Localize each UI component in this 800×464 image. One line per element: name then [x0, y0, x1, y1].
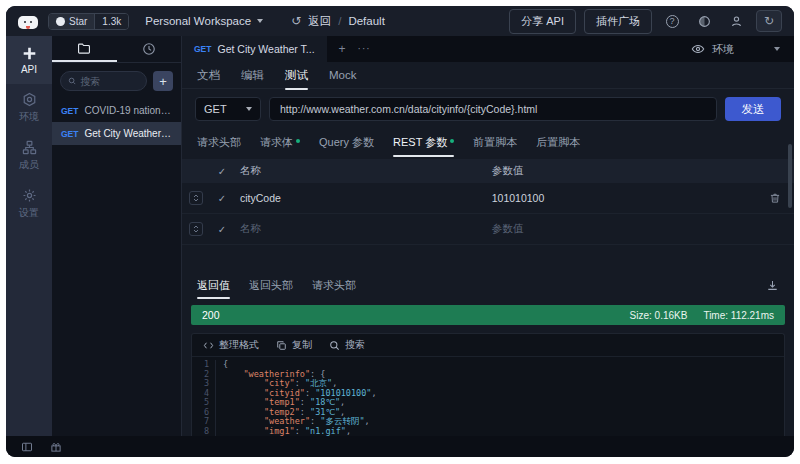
code-toolbar: 整理格式 复制 搜索	[192, 334, 784, 357]
param-value-placeholder[interactable]: 参数值	[492, 222, 756, 236]
search-input[interactable]	[80, 76, 139, 87]
github-star-badge[interactable]: Star 1.3k	[48, 13, 129, 30]
select-all-checkbox[interactable]: ✓	[210, 166, 234, 177]
api-list-item-selected[interactable]: GET Get City Weather Today	[52, 122, 181, 145]
env-icon	[22, 92, 37, 107]
user-icon[interactable]	[724, 11, 748, 31]
share-api-button[interactable]: 分享 API	[509, 9, 576, 34]
param-table-header: ✓ 名称 参数值	[182, 159, 794, 183]
filled-dot-icon	[296, 139, 300, 143]
request-section-tabs: 请求头部 请求体 Query 参数 REST 参数 前置脚本 后置脚本	[182, 128, 794, 159]
app-body: API 环境 成员 设置	[6, 36, 794, 436]
tab-request-body[interactable]: 请求体	[260, 135, 300, 150]
search-code-button[interactable]: 搜索	[329, 338, 365, 352]
chevron-down-icon	[246, 107, 252, 111]
nav-item-settings[interactable]: 设置	[6, 180, 52, 228]
breadcrumb-separator: /	[338, 15, 341, 27]
tab-test[interactable]: 测试	[285, 68, 308, 83]
breadcrumb: ↺ 返回 / Default	[291, 14, 385, 29]
add-api-button[interactable]: +	[153, 71, 173, 91]
project-name[interactable]: Default	[348, 15, 384, 27]
nav-item-api[interactable]: API	[6, 36, 52, 84]
clock-icon	[142, 42, 156, 56]
sidebar-tab-collection[interactable]	[52, 36, 117, 62]
method-badge: GET	[61, 129, 78, 139]
response-section-tabs: 返回值 返回头部 请求头部	[182, 269, 794, 300]
format-button[interactable]: 整理格式	[203, 338, 259, 352]
environment-selector[interactable]: 环境	[691, 42, 794, 57]
open-tab[interactable]: GET Get City Weather T...	[182, 36, 327, 62]
scrollbar-thumb[interactable]	[788, 144, 792, 208]
nav-item-label: API	[21, 64, 37, 75]
sidebar-tab-history[interactable]	[117, 36, 182, 62]
tab-more-button[interactable]: ···	[358, 44, 371, 54]
tab-pre-script[interactable]: 前置脚本	[473, 135, 517, 150]
row-checkbox[interactable]: ✓	[210, 193, 234, 204]
response-time: Time: 112.21ms	[703, 310, 774, 321]
workspace-selector[interactable]: Personal Workspace	[145, 15, 263, 27]
drag-handle-icon[interactable]	[189, 222, 203, 236]
nav-item-label: 环境	[19, 110, 39, 124]
download-response-button[interactable]	[766, 279, 779, 292]
theme-icon[interactable]	[692, 11, 716, 31]
status-code: 200	[202, 309, 220, 321]
tab-docs[interactable]: 文档	[197, 68, 220, 83]
nav-item-env[interactable]: 环境	[6, 84, 52, 132]
status-meta: Size: 0.16KB Time: 112.21ms	[630, 310, 774, 321]
tab-edit[interactable]: 编辑	[241, 68, 264, 83]
url-input[interactable]	[269, 97, 717, 121]
plugin-market-button[interactable]: 插件广场	[584, 9, 652, 34]
chevron-down-icon	[774, 47, 780, 51]
tab-mock[interactable]: Mock	[329, 69, 356, 81]
header-actions: 分享 API 插件广场 ? ↻	[509, 9, 782, 34]
param-name-cell[interactable]: cityCode	[234, 192, 492, 204]
new-tab-button[interactable]: +	[339, 43, 346, 55]
nav-item-members[interactable]: 成员	[6, 132, 52, 180]
search-box[interactable]	[60, 71, 147, 91]
param-name-placeholder[interactable]: 名称	[234, 222, 492, 236]
column-value: 参数值	[492, 164, 756, 178]
gear-icon	[22, 188, 37, 203]
back-icon[interactable]: ↺	[291, 14, 301, 28]
filled-dot-icon	[450, 139, 454, 143]
response-size: Size: 0.16KB	[630, 310, 688, 321]
api-list-item[interactable]: GET COVID-19 national epid...	[52, 99, 181, 122]
response-status-bar: 200 Size: 0.16KB Time: 112.21ms	[191, 305, 785, 325]
postcat-logo-icon[interactable]	[18, 12, 38, 30]
nav-item-label: 设置	[19, 206, 39, 220]
tab-rest-params[interactable]: REST 参数	[393, 135, 454, 150]
chevron-down-icon	[257, 19, 263, 23]
back-label[interactable]: 返回	[308, 14, 331, 29]
row-checkbox[interactable]: ✓	[210, 224, 234, 235]
sidebar-search-row: +	[52, 63, 181, 97]
open-tabs-bar: GET Get City Weather T... + ··· 环境	[182, 36, 794, 62]
tab-request-headers-view[interactable]: 请求头部	[312, 278, 356, 293]
send-button[interactable]: 发送	[725, 97, 781, 121]
copy-button[interactable]: 复制	[276, 338, 312, 352]
collapse-sidebar-icon[interactable]	[21, 441, 33, 453]
drag-handle-icon[interactable]	[189, 191, 203, 205]
code-lines[interactable]: 1{2 "weatherinfo": {3 "city": "北京",4 "ci…	[192, 357, 784, 436]
tab-request-headers[interactable]: 请求头部	[197, 135, 241, 150]
gift-icon[interactable]	[50, 441, 62, 453]
sync-icon[interactable]: ↻	[756, 10, 782, 32]
github-star-segment: Star	[49, 14, 94, 29]
download-icon	[766, 279, 779, 292]
tab-response-body[interactable]: 返回值	[197, 278, 230, 293]
copy-icon	[276, 340, 287, 351]
folder-icon	[77, 41, 91, 55]
param-value-cell[interactable]: 101010100	[492, 192, 756, 204]
help-icon[interactable]: ?	[660, 11, 684, 31]
method-badge: GET	[61, 106, 78, 116]
eye-icon	[691, 42, 705, 56]
method-value: GET	[204, 103, 227, 115]
param-row-empty: ✓ 名称 参数值	[182, 214, 794, 245]
response-code-panel: 整理格式 复制 搜索 1{2 "weatherinfo": {3 "city":…	[191, 333, 785, 436]
workspace-label: Personal Workspace	[145, 15, 251, 27]
method-select[interactable]: GET	[195, 97, 261, 121]
tab-response-headers[interactable]: 返回头部	[249, 278, 293, 293]
tab-post-script[interactable]: 后置脚本	[536, 135, 580, 150]
tab-query-params[interactable]: Query 参数	[319, 135, 374, 150]
code-icon	[203, 340, 214, 351]
main-content: GET Get City Weather T... + ··· 环境 文档 编辑…	[182, 36, 794, 436]
